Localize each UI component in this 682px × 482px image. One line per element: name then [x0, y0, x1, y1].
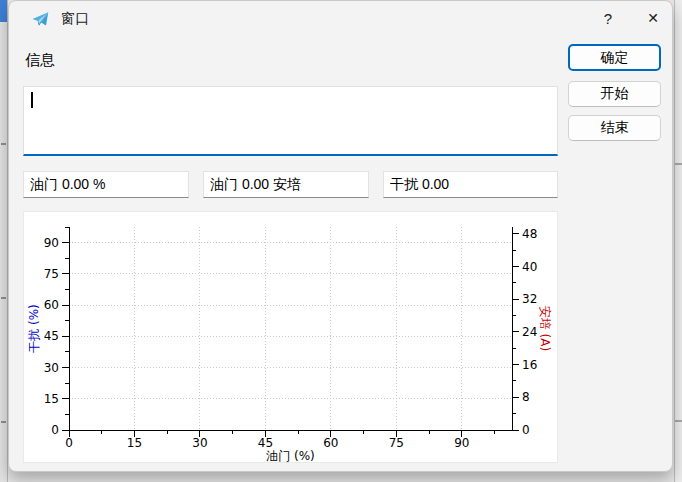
background-window-right-edge [674, 0, 682, 482]
svg-text:0: 0 [51, 423, 59, 437]
background-app-icon-fragment [0, 0, 7, 22]
background-mark [1, 297, 6, 299]
info-textarea-wrap [23, 86, 558, 156]
svg-text:30: 30 [44, 361, 59, 375]
window-title: 窗口 [61, 10, 89, 28]
end-button[interactable]: 结束 [568, 115, 661, 141]
background-window-left-edge [0, 0, 8, 482]
svg-text:48: 48 [522, 227, 537, 241]
svg-text:75: 75 [44, 267, 59, 281]
interference-field[interactable] [383, 171, 558, 198]
xy-graph: 01530456075900153045607590081624324048油门… [24, 212, 559, 464]
start-button[interactable]: 开始 [568, 81, 661, 107]
svg-text:45: 45 [258, 436, 273, 450]
svg-text:32: 32 [522, 292, 537, 306]
info-label: 信息 [25, 51, 55, 70]
help-button[interactable]: ? [592, 3, 624, 33]
svg-text:60: 60 [323, 436, 338, 450]
ok-button[interactable]: 确定 [568, 44, 661, 71]
svg-text:30: 30 [192, 436, 207, 450]
info-textarea[interactable] [24, 87, 557, 154]
svg-text:8: 8 [522, 390, 530, 404]
svg-text:45: 45 [44, 329, 59, 343]
svg-text:60: 60 [44, 298, 59, 312]
svg-text:干扰 (%): 干扰 (%) [27, 304, 41, 353]
svg-text:75: 75 [389, 436, 404, 450]
svg-text:24: 24 [522, 325, 537, 339]
background-mark [675, 420, 682, 422]
svg-text:0: 0 [522, 423, 530, 437]
background-mark [675, 163, 682, 165]
dialog-window: 窗口 ? ✕ 信息 确定 开始 结束 015304560759001530456… [8, 0, 673, 472]
svg-text:15: 15 [127, 436, 142, 450]
svg-text:90: 90 [454, 436, 469, 450]
svg-text:16: 16 [522, 358, 537, 372]
titlebar[interactable]: 窗口 ? ✕ [9, 1, 672, 37]
svg-text:90: 90 [44, 236, 59, 250]
paper-plane-icon [31, 10, 49, 28]
background-mark [1, 143, 6, 145]
svg-text:40: 40 [522, 260, 537, 274]
text-caret [31, 92, 33, 108]
svg-text:安培 (A): 安培 (A) [538, 306, 552, 351]
close-icon[interactable]: ✕ [637, 3, 669, 33]
xy-graph-panel: 01530456075900153045607590081624324048油门… [23, 211, 558, 463]
throttle-amp-field[interactable] [203, 171, 369, 198]
svg-text:油门 (%): 油门 (%) [266, 449, 315, 463]
background-mark [1, 421, 6, 423]
svg-text:0: 0 [65, 436, 73, 450]
throttle-percent-field[interactable] [23, 171, 189, 198]
svg-text:15: 15 [44, 392, 59, 406]
